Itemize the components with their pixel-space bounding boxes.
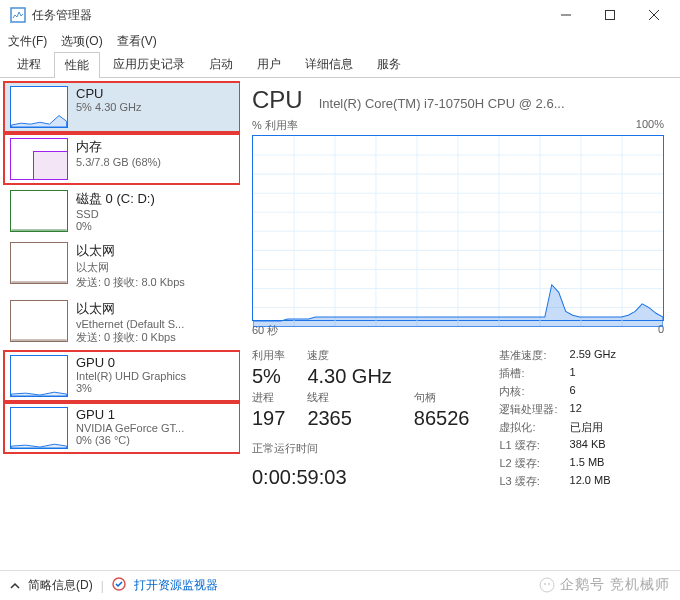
graph-ymax: 100% <box>636 118 664 133</box>
sidebar-item-title: GPU 1 <box>76 407 234 422</box>
mem-thumb-icon <box>10 138 68 180</box>
spec-label: L1 缓存: <box>499 438 557 453</box>
menu-view[interactable]: 查看(V) <box>117 33 157 50</box>
watermark: 企鹅号 竞机械师 <box>538 576 670 594</box>
tab-1[interactable]: 性能 <box>54 52 100 78</box>
stat-label: 线程 <box>307 390 391 405</box>
sidebar-item-sub: 5% 4.30 GHz <box>76 101 234 113</box>
uptime-label: 正常运行时间 <box>252 441 469 456</box>
spec-label: L3 缓存: <box>499 474 557 489</box>
sidebar-item-sub2: 发送: 0 接收: 8.0 Kbps <box>76 275 234 290</box>
menu-file[interactable]: 文件(F) <box>8 33 47 50</box>
svg-point-28 <box>544 583 546 585</box>
sidebar-item-eth-3[interactable]: 以太网以太网发送: 0 接收: 8.0 Kbps <box>4 238 240 294</box>
stat-label <box>414 348 470 363</box>
gpu-thumb-icon <box>10 355 68 397</box>
sidebar-item-sub: 以太网 <box>76 260 234 275</box>
sidebar-item-title: CPU <box>76 86 234 101</box>
sidebar-item-title: 内存 <box>76 138 234 156</box>
spec-value: 12.0 MB <box>570 474 616 489</box>
svg-point-29 <box>548 583 550 585</box>
gpu-thumb-icon <box>10 407 68 449</box>
stat-value: 86526 <box>414 407 470 430</box>
stat-label: 速度 <box>307 348 391 363</box>
sidebar-item-gpu-6[interactable]: GPU 1NVIDIA GeForce GT...0% (36 °C) <box>4 403 240 453</box>
menu-options[interactable]: 选项(O) <box>61 33 102 50</box>
sidebar-item-cpu-0[interactable]: CPU5% 4.30 GHz <box>4 82 240 132</box>
stat-label: 句柄 <box>414 390 470 405</box>
cpu-graph[interactable] <box>252 135 664 321</box>
sidebar-item-sub: 5.3/7.8 GB (68%) <box>76 156 234 168</box>
svg-rect-2 <box>606 11 615 20</box>
cpu-model: Intel(R) Core(TM) i7-10750H CPU @ 2.6... <box>319 96 565 111</box>
sidebar-item-sub2: 0% (36 °C) <box>76 434 234 446</box>
resmon-icon <box>112 577 126 594</box>
spec-value: 2.59 GHz <box>570 348 616 363</box>
spec-label: L2 缓存: <box>499 456 557 471</box>
spec-label: 基准速度: <box>499 348 557 363</box>
spec-label: 内核: <box>499 384 557 399</box>
spec-label: 虚拟化: <box>499 420 557 435</box>
minimize-button[interactable] <box>544 0 588 30</box>
maximize-button[interactable] <box>588 0 632 30</box>
sidebar-item-mem-1[interactable]: 内存5.3/7.8 GB (68%) <box>4 134 240 184</box>
disk-thumb-icon <box>10 190 68 232</box>
sidebar-item-gpu-5[interactable]: GPU 0Intel(R) UHD Graphics3% <box>4 351 240 401</box>
stat-value: 2365 <box>307 407 391 430</box>
sidebar-item-eth-4[interactable]: 以太网vEthernet (Default S...发送: 0 接收: 0 Kb… <box>4 296 240 349</box>
chevron-up-icon[interactable] <box>10 581 20 591</box>
main-title: CPU <box>252 86 303 114</box>
stat-value: 4.30 GHz <box>307 365 391 388</box>
spec-value: 已启用 <box>570 420 616 435</box>
sidebar-item-sub: SSD <box>76 208 234 220</box>
stat-value <box>414 365 470 388</box>
cpu-thumb-icon <box>10 86 68 128</box>
sidebar-item-sub2: 发送: 0 接收: 0 Kbps <box>76 330 234 345</box>
tab-4[interactable]: 用户 <box>246 51 292 77</box>
stat-label: 进程 <box>252 390 285 405</box>
close-button[interactable] <box>632 0 676 30</box>
stat-value: 5% <box>252 365 285 388</box>
sidebar-item-sub: Intel(R) UHD Graphics <box>76 370 234 382</box>
fewer-details-button[interactable]: 简略信息(D) <box>28 577 93 594</box>
stat-value: 197 <box>252 407 285 430</box>
sidebar-item-sub2: 0% <box>76 220 234 232</box>
sidebar-item-title: GPU 0 <box>76 355 234 370</box>
spec-label: 插槽: <box>499 366 557 381</box>
open-resmon-link[interactable]: 打开资源监视器 <box>134 577 218 594</box>
spec-value: 1 <box>570 366 616 381</box>
graph-ylabel: % 利用率 <box>252 118 298 133</box>
app-icon <box>10 7 26 23</box>
tab-6[interactable]: 服务 <box>366 51 412 77</box>
sidebar-item-sub2: 3% <box>76 382 234 394</box>
sidebar-item-sub: vEthernet (Default S... <box>76 318 234 330</box>
uptime-value: 0:00:59:03 <box>252 466 469 489</box>
tab-0[interactable]: 进程 <box>6 51 52 77</box>
sidebar-item-disk-2[interactable]: 磁盘 0 (C: D:)SSD0% <box>4 186 240 236</box>
spec-value: 12 <box>570 402 616 417</box>
spec-label: 逻辑处理器: <box>499 402 557 417</box>
tab-5[interactable]: 详细信息 <box>294 51 364 77</box>
window-title: 任务管理器 <box>32 7 544 24</box>
stat-label: 利用率 <box>252 348 285 363</box>
tab-3[interactable]: 启动 <box>198 51 244 77</box>
spec-value: 6 <box>570 384 616 399</box>
sidebar-item-title: 以太网 <box>76 300 234 318</box>
eth-thumb-icon <box>10 300 68 342</box>
spec-value: 384 KB <box>570 438 616 453</box>
sidebar-item-title: 磁盘 0 (C: D:) <box>76 190 234 208</box>
eth-thumb-icon <box>10 242 68 284</box>
spec-value: 1.5 MB <box>570 456 616 471</box>
sidebar-item-sub: NVIDIA GeForce GT... <box>76 422 234 434</box>
tab-2[interactable]: 应用历史记录 <box>102 51 196 77</box>
svg-point-27 <box>540 578 554 592</box>
sidebar[interactable]: CPU5% 4.30 GHz内存5.3/7.8 GB (68%)磁盘 0 (C:… <box>0 78 240 570</box>
sidebar-item-title: 以太网 <box>76 242 234 260</box>
